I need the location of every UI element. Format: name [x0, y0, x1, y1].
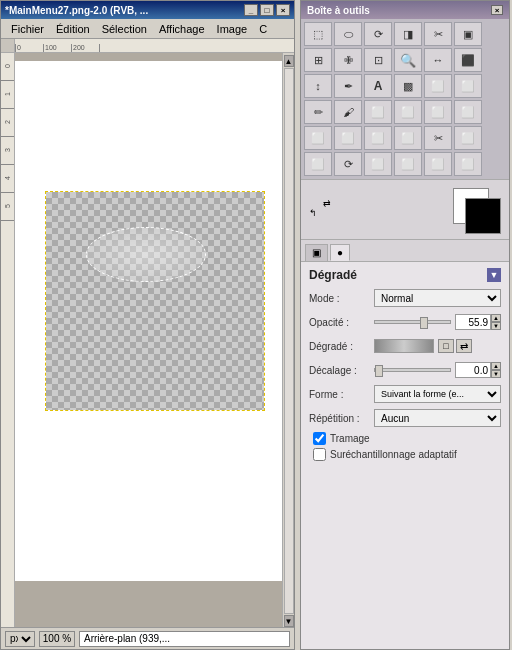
opacity-spin-down[interactable]: ▼ [491, 322, 501, 330]
tool-fg-select[interactable]: ▣ [454, 22, 482, 46]
panel-title: Dégradé [309, 268, 357, 282]
tool-erase[interactable]: ⬜ [364, 100, 392, 124]
unit-select[interactable]: px [5, 631, 35, 647]
opacity-slider-thumb[interactable] [420, 317, 428, 329]
opacity-value[interactable] [455, 314, 491, 330]
tool-text[interactable]: A [364, 74, 392, 98]
ruler-v-tick-200: 2 [1, 109, 14, 137]
minimize-button[interactable]: _ [244, 4, 258, 16]
opacity-slider[interactable] [374, 320, 451, 324]
canvas-scroll[interactable] [15, 53, 282, 629]
v-scrollbar[interactable]: ▲ ▼ [282, 53, 294, 629]
param-shape-row: Forme : Suivant la forme (e... [309, 384, 501, 404]
tool-extra1[interactable]: ⬜ [394, 152, 422, 176]
gradient-edit-button[interactable]: □ [438, 339, 454, 353]
menu-more[interactable]: C [253, 21, 273, 37]
ruler-horizontal: 0 100 200 [15, 39, 294, 53]
tool-paintbrush[interactable]: 🖌 [334, 100, 362, 124]
zoom-display: 100 % [39, 631, 75, 647]
tool-fuzzy-select[interactable]: ◨ [394, 22, 422, 46]
tool-move[interactable]: ✙ [334, 48, 362, 72]
panel-content: Dégradé ▼ Mode : Normal Opacité : ▲ ▼ Dé… [301, 262, 509, 470]
tab-pattern[interactable]: ▣ [305, 244, 328, 261]
tool-clone[interactable]: ⬜ [454, 100, 482, 124]
tool-bucket-fill[interactable]: ⬜ [304, 152, 332, 176]
tool-ellipse-select[interactable]: ⬭ [334, 22, 362, 46]
offset-value[interactable] [455, 362, 491, 378]
offset-spinners: ▲ ▼ [491, 362, 501, 378]
param-shape-label: Forme : [309, 389, 374, 400]
scroll-down-button[interactable]: ▼ [284, 615, 294, 627]
tool-magnify[interactable]: ⬜ [424, 74, 452, 98]
toolbox-close-button[interactable]: × [491, 5, 503, 15]
shape-select[interactable]: Suivant la forme (e... [374, 385, 501, 403]
tool-smudge[interactable]: ✂ [424, 126, 452, 150]
offset-spin-down[interactable]: ▼ [491, 370, 501, 378]
tool-blur[interactable]: ⬜ [364, 126, 392, 150]
tool-rect-select[interactable]: ⬚ [304, 22, 332, 46]
opacity-spin-up[interactable]: ▲ [491, 314, 501, 322]
mode-select[interactable]: Normal [374, 289, 501, 307]
tool-row-6: ⬜ ⟳ ⬜ ⬜ ⬜ ⬜ [304, 152, 506, 176]
menu-fichier[interactable]: Fichier [5, 21, 50, 37]
offset-slider[interactable] [374, 368, 451, 372]
tramage-label: Tramage [330, 433, 370, 444]
tool-airbrush[interactable]: ⬜ [394, 100, 422, 124]
menu-selection[interactable]: Sélection [96, 21, 153, 37]
toolbox-title-text: Boîte à outils [307, 5, 370, 16]
tramage-checkbox[interactable] [313, 432, 326, 445]
param-offset-label: Décalage : [309, 365, 374, 376]
tab-color[interactable]: ● [330, 244, 350, 261]
menu-edition[interactable]: Édition [50, 21, 96, 37]
foreground-color-swatch[interactable] [465, 198, 501, 234]
tool-pencil2[interactable]: ⬜ [364, 152, 392, 176]
main-title-bar: *MainMenu27.png-2.0 (RVB, ... _ □ × [1, 1, 294, 19]
menu-image[interactable]: Image [211, 21, 254, 37]
offset-spin-up[interactable]: ▲ [491, 362, 501, 370]
tab-bar: ▣ ● [301, 240, 509, 262]
tool-dodge[interactable]: ⬜ [454, 126, 482, 150]
reset-colors-button[interactable]: ↰ [309, 208, 317, 218]
tool-extra3[interactable]: ⬜ [454, 152, 482, 176]
gradient-swap-button[interactable]: ⇄ [456, 339, 472, 353]
tool-crop[interactable]: ⊡ [364, 48, 392, 72]
ruler-v-tick-100: 1 [1, 81, 14, 109]
swap-colors-button[interactable]: ⇄ [323, 198, 331, 208]
tool-ink[interactable]: ⬜ [424, 100, 452, 124]
tool-colorpicker[interactable]: ▩ [394, 74, 422, 98]
tool-heal[interactable]: ⬜ [304, 126, 332, 150]
tool-rotate[interactable]: 🔍 [394, 48, 422, 72]
panel-collapse-button[interactable]: ▼ [487, 268, 501, 282]
param-opacity-label: Opacité : [309, 317, 374, 328]
menu-affichage[interactable]: Affichage [153, 21, 211, 37]
ruler-tick-300 [99, 44, 127, 52]
canvas-inner [15, 61, 282, 581]
gradient-preview[interactable] [374, 339, 434, 353]
tool-blend[interactable]: ⟳ [334, 152, 362, 176]
tool-extra2[interactable]: ⬜ [424, 152, 452, 176]
oversampling-checkbox[interactable] [313, 448, 326, 461]
repeat-select[interactable]: Aucun [374, 409, 501, 427]
oversampling-row: Suréchantillonnage adaptatif [309, 448, 501, 461]
tool-shear[interactable]: ⬛ [454, 48, 482, 72]
image-area [45, 191, 265, 411]
tool-sharpen[interactable]: ⬜ [394, 126, 422, 150]
close-button[interactable]: × [276, 4, 290, 16]
status-text: Arrière-plan (939,... [79, 631, 290, 647]
ruler-tick-200: 200 [71, 44, 99, 52]
tool-align[interactable]: ⊞ [304, 48, 332, 72]
tool-measure[interactable]: ⬜ [454, 74, 482, 98]
tool-scale[interactable]: ↔ [424, 48, 452, 72]
maximize-button[interactable]: □ [260, 4, 274, 16]
tool-scissors[interactable]: ✂ [424, 22, 452, 46]
tool-perspective[interactable]: ↕ [304, 74, 332, 98]
toolbox-title-bar: Boîte à outils × [301, 1, 509, 19]
tool-pencil[interactable]: ✏ [304, 100, 332, 124]
tool-perspective-clone[interactable]: ⬜ [334, 126, 362, 150]
tool-flip[interactable]: ✒ [334, 74, 362, 98]
tool-lasso[interactable]: ⟳ [364, 22, 392, 46]
scroll-up-button[interactable]: ▲ [284, 55, 294, 67]
offset-slider-thumb[interactable] [375, 365, 383, 377]
main-window-title: *MainMenu27.png-2.0 (RVB, ... [5, 5, 148, 16]
tool-row-5: ⬜ ⬜ ⬜ ⬜ ✂ ⬜ [304, 126, 506, 150]
